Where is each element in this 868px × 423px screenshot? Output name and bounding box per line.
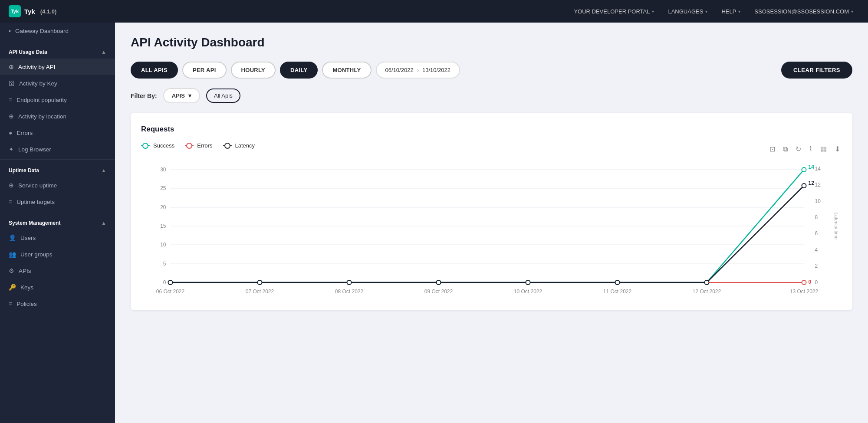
- svg-point-55: [705, 280, 709, 285]
- sidebar-item-keys[interactable]: 🔑 Keys: [0, 279, 115, 295]
- sidebar-item-activity-by-key[interactable]: ⚿ Activity by Key: [0, 75, 115, 92]
- svg-text:12 Oct 2022: 12 Oct 2022: [693, 289, 721, 295]
- svg-text:07 Oct 2022: 07 Oct 2022: [246, 289, 274, 295]
- svg-text:14: 14: [809, 164, 815, 170]
- date-from: 06/10/2022: [385, 67, 414, 73]
- legend-latency: Latency: [223, 142, 255, 149]
- chart-legend: Success Errors Latency: [141, 142, 255, 149]
- success-line-indicator: [141, 145, 150, 146]
- svg-text:11 Oct 2022: 11 Oct 2022: [603, 289, 632, 295]
- svg-text:15: 15: [160, 223, 166, 229]
- svg-text:10 Oct 2022: 10 Oct 2022: [514, 289, 542, 295]
- monitor-icon: ▪: [9, 27, 11, 34]
- sidebar-item-log-browser[interactable]: ✦ Log Browser: [0, 141, 115, 157]
- download-icon[interactable]: ⬇: [833, 143, 842, 155]
- help-link[interactable]: HELP ▾: [715, 6, 746, 17]
- svg-point-52: [437, 280, 441, 285]
- app-version: (4.1.0): [40, 8, 57, 15]
- svg-text:0: 0: [815, 279, 818, 285]
- svg-text:0: 0: [809, 279, 812, 285]
- errors-icon: ●: [9, 129, 12, 136]
- svg-text:2: 2: [815, 263, 818, 269]
- filter-by-label: Filter By:: [131, 92, 157, 99]
- top-navigation: Tyk Tyk (4.1.0) YOUR DEVELOPER PORTAL ▾ …: [0, 0, 868, 23]
- apis-dropdown[interactable]: APIS ▾: [163, 88, 200, 103]
- hourly-button[interactable]: HOURLY: [231, 62, 276, 79]
- bar-chart-icon[interactable]: ▦: [819, 143, 829, 155]
- date-range-picker[interactable]: 06/10/2022 › 13/10/2022: [376, 62, 460, 79]
- copy-icon[interactable]: ⧉: [781, 144, 789, 155]
- svg-text:14: 14: [815, 166, 821, 172]
- sidebar-section-uptime: Uptime Data ▲: [0, 161, 115, 177]
- languages-link[interactable]: LANGUAGES ▾: [662, 6, 713, 17]
- svg-point-47: [802, 280, 806, 285]
- svg-text:12: 12: [815, 182, 821, 188]
- sidebar-item-activity-by-location[interactable]: ⊕ Activity by location: [0, 108, 115, 125]
- user-menu[interactable]: SSOSESSION@SSOSESSION.COM ▾: [748, 6, 859, 17]
- svg-text:30: 30: [160, 167, 166, 173]
- chevron-up-icon[interactable]: ▲: [101, 167, 106, 174]
- filter-by-row: Filter By: APIS ▾ All Apis: [131, 88, 852, 103]
- date-to: 13/10/2022: [422, 67, 450, 73]
- all-apis-tag[interactable]: All Apis: [206, 89, 240, 103]
- user-icon: 👤: [9, 234, 16, 241]
- policies-icon: ≡: [9, 300, 12, 307]
- legend-errors: Errors: [185, 142, 212, 149]
- sidebar-item-service-uptime[interactable]: ⊕ Service uptime: [0, 177, 115, 193]
- location-icon: ⊕: [9, 113, 14, 120]
- legend-errors-label: Errors: [197, 142, 212, 149]
- sidebar-item-activity-by-api[interactable]: ⊕ Activity by API: [0, 59, 115, 75]
- filter-bar: ALL APIS PER API HOURLY DAILY MONTHLY 06…: [131, 62, 852, 79]
- clear-filters-button[interactable]: CLEAR FILTERS: [781, 62, 852, 79]
- page-title: API Activity Dashboard: [131, 36, 852, 49]
- svg-point-54: [615, 280, 620, 285]
- sidebar: ▪ Gateway Dashboard API Usage Data ▲ ⊕ A…: [0, 23, 115, 423]
- log-icon: ✦: [9, 146, 14, 153]
- errors-line-indicator: [185, 145, 194, 146]
- keys-icon: 🔑: [9, 284, 16, 291]
- popularity-icon: ≡: [9, 96, 12, 103]
- main-content: API Activity Dashboard ALL APIS PER API …: [115, 23, 868, 423]
- legend-success: Success: [141, 142, 174, 149]
- sidebar-item-user-groups[interactable]: 👥 User groups: [0, 246, 115, 262]
- chevron-down-icon: ▾: [738, 9, 740, 14]
- sidebar-divider: [0, 41, 115, 41]
- per-api-button[interactable]: PER API: [182, 62, 227, 79]
- sidebar-item-endpoint-popularity[interactable]: ≡ Endpoint popularity: [0, 92, 115, 108]
- chevron-down-icon: ▾: [705, 9, 707, 14]
- sidebar-item-uptime-targets[interactable]: ≡ Uptime targets: [0, 193, 115, 210]
- chevron-down-icon: ▾: [851, 9, 853, 14]
- svg-text:10: 10: [160, 242, 166, 248]
- sidebar-item-errors[interactable]: ● Errors: [0, 125, 115, 141]
- chart-legend-row: Success Errors Latency ⊡ ⧉ ↻ ⌇: [141, 142, 842, 156]
- svg-text:25: 25: [160, 185, 166, 191]
- line-chart-icon[interactable]: ⌇: [807, 143, 814, 155]
- key-icon: ⚿: [9, 80, 15, 87]
- sidebar-item-gateway-dashboard[interactable]: ▪ Gateway Dashboard: [0, 23, 115, 39]
- sidebar-divider: [0, 212, 115, 212]
- svg-point-56: [802, 184, 806, 188]
- svg-text:6: 6: [815, 230, 818, 236]
- activity-api-icon: ⊕: [9, 63, 14, 70]
- sidebar-divider: [0, 159, 115, 160]
- chevron-up-icon[interactable]: ▲: [101, 220, 106, 226]
- targets-icon: ≡: [9, 198, 12, 205]
- sidebar-item-apis[interactable]: ⚙ APIs: [0, 262, 115, 279]
- svg-point-50: [258, 280, 262, 285]
- chart-wrapper: 0 5 10 15 20 25 30 0 2 4 6 8 10 12 14: [141, 161, 842, 302]
- legend-success-label: Success: [153, 142, 174, 149]
- topnav-links: YOUR DEVELOPER PORTAL ▾ LANGUAGES ▾ HELP…: [568, 6, 859, 17]
- svg-text:Latency time: Latency time: [834, 213, 839, 239]
- developer-portal-link[interactable]: YOUR DEVELOPER PORTAL ▾: [568, 6, 660, 17]
- crop-icon[interactable]: ⊡: [768, 143, 777, 155]
- monthly-button[interactable]: MONTHLY: [322, 62, 371, 79]
- svg-text:5: 5: [163, 261, 166, 267]
- daily-button[interactable]: DAILY: [280, 62, 318, 79]
- refresh-icon[interactable]: ↻: [794, 143, 803, 155]
- sidebar-item-policies[interactable]: ≡ Policies: [0, 295, 115, 312]
- chevron-up-icon[interactable]: ▲: [101, 49, 106, 55]
- svg-text:09 Oct 2022: 09 Oct 2022: [424, 289, 453, 295]
- requests-chart-section: Requests Success Errors Latency: [131, 113, 852, 310]
- all-apis-button[interactable]: ALL APIS: [131, 62, 178, 79]
- sidebar-item-users[interactable]: 👤 Users: [0, 230, 115, 246]
